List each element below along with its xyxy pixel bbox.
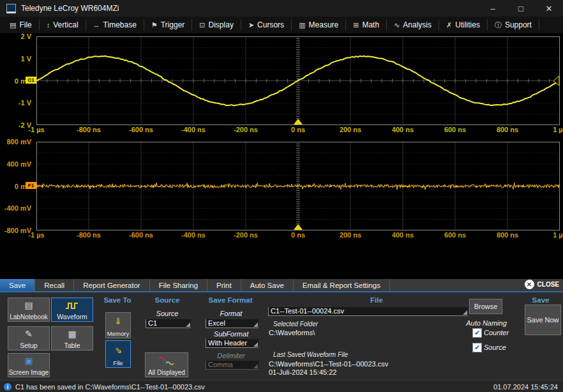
minimize-button[interactable]: – xyxy=(479,0,507,17)
table-button[interactable]: ▦Table xyxy=(51,326,93,351)
measure-icon: ▥ xyxy=(299,21,305,29)
analysis-icon: ∿ xyxy=(394,21,400,29)
y-tick-label: 2 V xyxy=(20,33,31,40)
menu-cursors[interactable]: ➤Cursors xyxy=(241,19,292,31)
filename-field[interactable]: C1--Test-01--00024.csv xyxy=(268,307,468,316)
waveform-button[interactable]: Waveform xyxy=(51,298,93,322)
waveform-display-area: 2 V1 V0 mV-1 V-2 V -1 µs-800 ns-600 ns-4… xyxy=(0,33,563,279)
close-window-button[interactable]: ✕ xyxy=(535,0,563,17)
x-tick-label: -800 ns xyxy=(77,231,101,239)
counter-checkbox[interactable]: ✔ xyxy=(472,328,482,338)
status-datetime: 01.07.2024 15:45:24 xyxy=(493,383,558,391)
dialog-close-button[interactable]: ✕ CLOSE xyxy=(525,280,559,289)
f1-zero-level-badge[interactable]: F1 xyxy=(26,182,36,189)
memory-icon: ⇓ xyxy=(114,313,122,329)
close-icon: ✕ xyxy=(525,280,534,289)
status-message: C1 has been saved in C:\Waveforms\C1--Te… xyxy=(15,383,205,391)
waveform-icon xyxy=(65,298,79,313)
x-tick-label: 400 ns xyxy=(392,231,414,239)
tab-print[interactable]: Print xyxy=(207,279,241,291)
bottom-grid xyxy=(36,142,560,230)
c1-zero-level-badge[interactable]: C1 xyxy=(26,77,36,84)
format-label: Format xyxy=(220,310,243,317)
y-tick-label: 400 mV xyxy=(6,160,31,168)
status-bar: i C1 has been saved in C:\Waveforms\C1--… xyxy=(0,380,563,392)
x-tick-label: -600 ns xyxy=(129,126,153,133)
maximize-button[interactable]: □ xyxy=(507,0,535,17)
menu-vertical[interactable]: ↕Vertical xyxy=(40,19,86,31)
menu-timebase[interactable]: ↔Timebase xyxy=(86,19,144,31)
save-now-button[interactable]: Save Now xyxy=(525,305,561,335)
menu-analysis[interactable]: ∿Analysis xyxy=(387,19,439,31)
support-icon: ⓘ xyxy=(495,20,502,30)
x-tick-label: 400 ns xyxy=(392,126,414,133)
vertical-icon: ↕ xyxy=(47,21,50,29)
y-tick-label: 1 V xyxy=(20,55,31,63)
save-panel: ▤LabNotebookWaveform✎Setup▦Table▣Screen … xyxy=(0,292,563,382)
x-tick-label: 200 ns xyxy=(340,231,361,239)
tab-auto-save[interactable]: Auto Save xyxy=(241,279,294,291)
menu-support[interactable]: ⓘSupport xyxy=(488,19,539,31)
tab-file-sharing[interactable]: File Sharing xyxy=(150,279,207,291)
save-to-file-button[interactable]: ⇘ File xyxy=(105,340,131,368)
file-save-icon: ⇘ xyxy=(114,341,122,359)
all-displayed-button[interactable]: All Displayed xyxy=(145,352,188,377)
tab-recall[interactable]: Recall xyxy=(35,279,74,291)
top-grid-x-axis-labels: -1 µs-800 ns-600 ns-400 ns-200 ns0 ns200… xyxy=(36,126,560,134)
save-format-header: Save Format xyxy=(208,296,252,304)
all-displayed-icon xyxy=(158,353,175,368)
browse-button[interactable]: Browse xyxy=(469,299,502,314)
x-tick-label: 1 µs xyxy=(553,126,563,133)
x-tick-label: -1 µs xyxy=(28,126,44,133)
screen-image-icon: ▣ xyxy=(24,354,33,368)
menu-display[interactable]: ⊡Display xyxy=(192,19,241,31)
menu-trigger[interactable]: ⚑Trigger xyxy=(144,19,192,31)
labnotebook-icon: ▤ xyxy=(24,298,33,313)
menu-file[interactable]: ▤File xyxy=(3,19,40,31)
source-select[interactable]: C1 xyxy=(146,319,191,328)
save-to-memory-button[interactable]: ⇓ Memory xyxy=(105,312,131,338)
last-saved-date: 01-Juli-2024 15:45:22 xyxy=(269,368,336,376)
subformat-select[interactable]: With Header xyxy=(206,339,259,348)
selected-folder-label: Selected Folder xyxy=(273,320,318,328)
menu-measure[interactable]: ▥Measure xyxy=(292,19,346,31)
setup-icon: ✎ xyxy=(25,327,33,342)
source-label: Source xyxy=(156,310,179,317)
x-tick-label: 800 ns xyxy=(497,126,518,133)
y-tick-label: 800 mV xyxy=(6,138,31,146)
x-tick-label: -800 ns xyxy=(77,126,101,133)
menu-math[interactable]: ⊞Math xyxy=(346,19,387,31)
counter-checkbox-label: Counter xyxy=(484,329,509,336)
x-tick-label: -600 ns xyxy=(129,231,153,239)
y-tick-label: -800 mV xyxy=(4,227,31,234)
delimiter-label: Delimiter xyxy=(217,352,244,359)
delimiter-select: Comma xyxy=(206,361,259,370)
menu-bar: ▤File↕Vertical↔Timebase⚑Trigger⊡Display➤… xyxy=(0,17,563,33)
tab-email-report-settings[interactable]: Email & Report Settings xyxy=(294,279,390,291)
x-tick-label: 600 ns xyxy=(444,231,466,239)
f1-waveform-plot xyxy=(36,142,560,230)
last-saved-label: Last Saved Waveform File xyxy=(273,351,348,358)
x-tick-label: -400 ns xyxy=(181,231,206,239)
top-grid xyxy=(36,36,560,125)
screen-image-button[interactable]: ▣Screen Image xyxy=(8,353,50,377)
last-saved-path: C:\Waveforms\C1--Test-01--00023.csv xyxy=(269,360,388,368)
x-tick-label: 200 ns xyxy=(340,126,361,133)
tab-save[interactable]: Save xyxy=(0,279,35,291)
menu-utilities[interactable]: ✗Utilities xyxy=(439,19,488,31)
labnotebook-button[interactable]: ▤LabNotebook xyxy=(8,298,50,322)
setup-button[interactable]: ✎Setup xyxy=(8,326,50,351)
cursors-icon: ➤ xyxy=(248,21,254,29)
table-icon: ▦ xyxy=(68,327,76,342)
source-checkbox-label: Source xyxy=(484,343,506,351)
info-icon: i xyxy=(4,383,11,391)
source-checkbox[interactable]: ✔ xyxy=(472,343,482,352)
timebase-icon: ↔ xyxy=(93,21,100,29)
file-header: File xyxy=(370,296,383,304)
save-to-header: Save To xyxy=(103,296,131,304)
x-tick-label: 800 ns xyxy=(497,231,518,239)
tab-report-generator[interactable]: Report Generator xyxy=(74,279,150,291)
format-select[interactable]: Excel xyxy=(206,319,259,328)
x-tick-label: -200 ns xyxy=(234,126,258,133)
title-bar: Teledyne LeCroy WR604MZi – □ ✕ xyxy=(0,0,563,17)
